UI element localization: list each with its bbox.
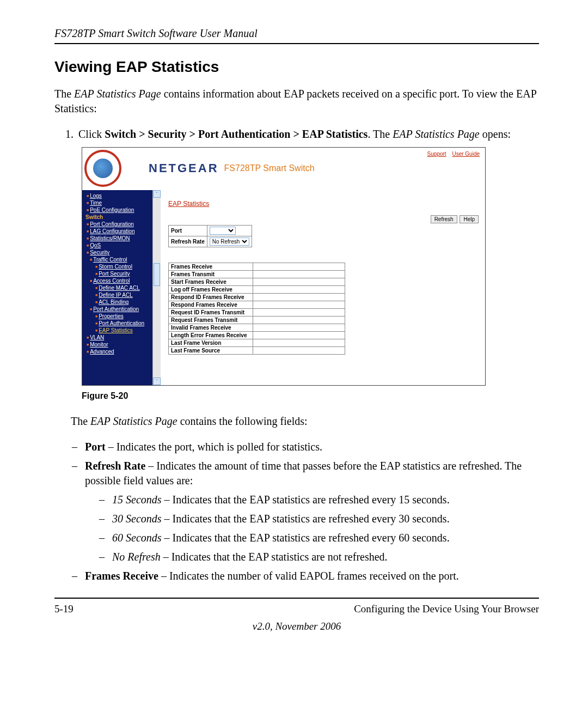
text-italic: 30 Seconds	[112, 513, 162, 525]
model-name: FS728TP Smart Switch	[224, 163, 315, 173]
table-row: Last Frame Source	[169, 347, 253, 355]
refresh-rate-select[interactable]: No Refresh	[210, 238, 249, 246]
sidebar-item-port-authentication-2[interactable]: Port Authentication	[82, 320, 161, 327]
step-1: Click Switch > Security > Port Authentic…	[76, 127, 539, 142]
table-row: Last Frame Version	[169, 339, 253, 347]
field-port: Port – Indicates the port, which is poll…	[85, 440, 539, 454]
sidebar: Logs Time PoE Configuration Switch Port …	[82, 190, 161, 385]
field-frames-receive: Frames Receive – Indicates the number of…	[85, 569, 539, 583]
sidebar-item-switch[interactable]: Switch	[82, 214, 161, 221]
support-link[interactable]: Support	[427, 151, 446, 157]
brand-name: NETGEAR	[149, 161, 219, 175]
sidebar-item-advanced[interactable]: Advanced	[82, 348, 161, 355]
port-select[interactable]	[210, 227, 236, 235]
sidebar-item-port-config[interactable]: Port Configuration	[82, 221, 161, 228]
sidebar-item-port-authentication[interactable]: Port Authentication	[82, 306, 161, 313]
table-row: Log off Frames Receive	[169, 286, 253, 294]
sidebar-item-port-security[interactable]: Port Security	[82, 270, 161, 277]
sidebar-scrollbar[interactable]: ˆ ˇ	[152, 190, 161, 385]
sidebar-item-monitor[interactable]: Monitor	[82, 341, 161, 348]
table-row: Request ID Frames Transmit	[169, 309, 253, 317]
text-italic: No Refresh	[112, 551, 161, 563]
text: – Indicates that the EAP statistics are …	[162, 513, 450, 525]
content-area: EAP Statistics Refresh Help Port Refresh…	[161, 190, 485, 385]
rr-15: 15 Seconds – Indicates that the EAP stat…	[112, 492, 539, 507]
table-cell	[253, 278, 345, 286]
sidebar-item-time[interactable]: Time	[82, 199, 161, 206]
scroll-down-icon[interactable]: ˇ	[153, 378, 161, 385]
footer-version: v2.0, November 2006	[54, 620, 539, 632]
text: . The	[367, 128, 393, 140]
text: – Indicates the amount of time that pass…	[85, 460, 522, 486]
sidebar-item-define-ip-acl[interactable]: Define IP ACL	[82, 291, 161, 299]
sidebar-item-lag-config[interactable]: LAG Configuration	[82, 228, 161, 235]
scroll-thumb[interactable]	[154, 263, 160, 286]
footer-chapter: Configuring the Device Using Your Browse…	[354, 603, 539, 615]
rr-60: 60 Seconds – Indicates that the EAP stat…	[112, 531, 539, 545]
table-row: Frames Transmit	[169, 271, 253, 278]
text-bold: Refresh Rate	[85, 460, 145, 472]
text: – Indicates that the EAP statistics are …	[162, 494, 450, 506]
sidebar-item-define-mac-acl[interactable]: Define MAC ACL	[82, 284, 161, 291]
text: opens:	[480, 128, 511, 140]
table-cell	[253, 324, 345, 332]
sidebar-item-statistics-rmon[interactable]: Statistics/RMON	[82, 235, 161, 242]
port-label: Port	[169, 226, 207, 236]
sidebar-item-qos[interactable]: QoS	[82, 242, 161, 249]
sidebar-item-acl-binding[interactable]: ACL Binding	[82, 299, 161, 306]
text: – Indicates the port, which is polled fo…	[106, 441, 322, 453]
table-row: Frames Receive	[169, 263, 253, 271]
text: – Indicates that the EAP statistics are …	[161, 551, 388, 563]
sidebar-item-vlan[interactable]: VLAN	[82, 334, 161, 341]
table-row: Request Frames Transmit	[169, 317, 253, 324]
table-cell	[253, 301, 345, 309]
sidebar-item-poe[interactable]: PoE Configuration	[82, 206, 161, 214]
top-links: Support User Guide	[423, 151, 480, 157]
table-cell	[253, 263, 345, 271]
text-bold: Port	[85, 441, 106, 453]
page-header: FS728TP Smart Switch Software User Manua…	[54, 27, 539, 40]
sidebar-item-security[interactable]: Security	[82, 249, 161, 256]
figure-caption: Figure 5-20	[82, 391, 539, 401]
text-italic: 15 Seconds	[112, 494, 162, 506]
scroll-up-icon[interactable]: ˆ	[153, 190, 161, 198]
sidebar-item-properties[interactable]: Properties	[82, 313, 161, 320]
settings-form: Port Refresh Rate No Refresh	[168, 225, 252, 247]
text-italic: EAP Statistics Page	[90, 415, 177, 427]
sidebar-item-eap-statistics[interactable]: EAP Statistics	[82, 327, 161, 334]
text: The	[54, 88, 74, 100]
rr-no: No Refresh – Indicates that the EAP stat…	[112, 550, 539, 564]
refresh-rate-label: Refresh Rate	[169, 236, 207, 247]
header-rule	[54, 43, 539, 44]
text-italic: 60 Seconds	[112, 532, 162, 544]
screenshot-header: NETGEAR FS728TP Smart Switch Support Use…	[82, 148, 485, 190]
sidebar-item-storm-control[interactable]: Storm Control	[82, 263, 161, 270]
netgear-logo-icon	[84, 150, 121, 187]
rr-30: 30 Seconds – Indicates that the EAP stat…	[112, 512, 539, 526]
sidebar-item-access-control[interactable]: Access Control	[82, 277, 161, 284]
table-cell	[253, 294, 345, 301]
text: – Indicates that the EAP statistics are …	[162, 532, 450, 544]
table-cell	[253, 271, 345, 278]
refresh-button[interactable]: Refresh	[431, 215, 457, 223]
table-cell	[253, 332, 345, 339]
statistics-table: Frames Receive Frames Transmit Start Fra…	[168, 263, 345, 355]
table-row: Invalid Frames Receive	[169, 324, 253, 332]
text-italic: EAP Statistics Page	[393, 128, 480, 140]
table-cell	[253, 339, 345, 347]
content-title: EAP Statistics	[168, 200, 480, 208]
table-cell	[253, 309, 345, 317]
text-bold: Frames Receive	[85, 570, 158, 582]
table-row: Respond Frames Receive	[169, 301, 253, 309]
text: The	[71, 415, 90, 427]
user-guide-link[interactable]: User Guide	[452, 151, 480, 157]
table-row: Start Frames Receive	[169, 278, 253, 286]
field-refresh-rate: Refresh Rate – Indicates the amount of t…	[85, 459, 539, 564]
help-button[interactable]: Help	[460, 215, 479, 223]
sidebar-item-traffic-control[interactable]: Traffic Control	[82, 256, 161, 263]
text: contains the following fields:	[177, 415, 308, 427]
table-row: Respond ID Frames Receive	[169, 294, 253, 301]
sidebar-item-logs[interactable]: Logs	[82, 192, 161, 199]
text: – Indicates the number of valid EAPOL fr…	[158, 570, 459, 582]
table-row: Length Error Frames Receive	[169, 332, 253, 339]
